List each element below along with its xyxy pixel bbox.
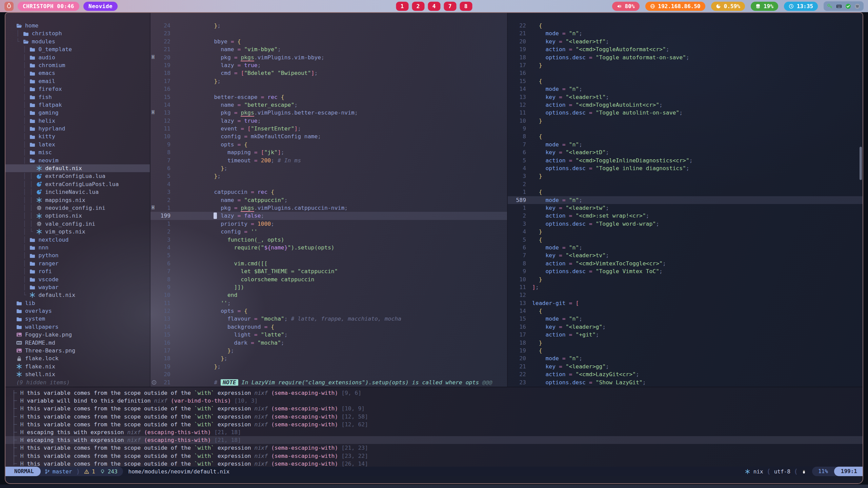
- code-line[interactable]: 3 options.desc = "Toggle word-wrap";: [508, 220, 863, 228]
- code-line[interactable]: 17 action = "+git";: [508, 331, 863, 339]
- key-icon[interactable]: [827, 3, 833, 9]
- code-line[interactable]: 6 vim.cmd([[: [150, 260, 507, 267]
- tree-item-email[interactable]: │ email: [5, 77, 150, 85]
- code-line[interactable]: 10 }: [508, 276, 863, 283]
- code-line[interactable]: 16: [150, 85, 507, 93]
- tree-item-chromium[interactable]: │ chromium: [5, 61, 150, 69]
- tree-item--9-hidden-items-[interactable]: (9 hidden items): [5, 379, 150, 386]
- tree-item-shell.nix[interactable]: shell.nix: [5, 370, 150, 378]
- cpu-load-indicator[interactable]: 0.59%: [711, 2, 745, 11]
- tree-item-default.nix[interactable]: └ default.nix: [5, 291, 150, 299]
- code-line[interactable]: 17 }: [508, 61, 863, 69]
- code-line[interactable]: 22 bbye = {: [150, 38, 507, 45]
- tree-item-flake.lock[interactable]: flake.lock: [5, 354, 150, 362]
- diagnostic-row[interactable]: ─ H this variable comes from the scope o…: [5, 444, 863, 452]
- volume-indicator[interactable]: 80%: [612, 2, 640, 11]
- tree-item-nextcloud[interactable]: │ nextcloud: [5, 236, 150, 244]
- code-line[interactable]: 10 config = mkDefaultConfig name;: [150, 133, 507, 140]
- tree-item-emacs[interactable]: │ emacs: [5, 69, 150, 77]
- code-line[interactable]: H1 pkg = pkgs.vimPlugins.catppuccin-nvim…: [150, 204, 507, 212]
- code-line[interactable]: 22 {: [508, 22, 863, 29]
- tree-item-vscode[interactable]: │ vscode: [5, 276, 150, 283]
- code-line[interactable]: 4: [150, 180, 507, 188]
- tree-item-lib[interactable]: lib: [5, 299, 150, 307]
- diagnostic-row[interactable]: ─ H variable will bind to this definitio…: [5, 397, 863, 405]
- code-line[interactable]: 4 options.desc = "Toggle inline diagnost…: [508, 164, 863, 172]
- code-line[interactable]: 15 mode = "n";: [508, 315, 863, 323]
- code-line[interactable]: 3 function(_, opts): [150, 236, 507, 244]
- code-line[interactable]: H13 pkg = pkgs.vimPlugins.better-escape-…: [150, 109, 507, 117]
- code-line[interactable]: 5 action = "<cmd>ToggleInlineDiagnostics…: [508, 157, 863, 164]
- scrollbar-thumb[interactable]: [860, 147, 862, 180]
- tree-item-vale-config.ini[interactable]: │ │ vale_config.ini: [5, 220, 150, 228]
- code-line[interactable]: 2 config = '': [150, 228, 507, 236]
- code-line[interactable]: 15 {: [508, 77, 863, 85]
- code-line[interactable]: 21 mode = "n";: [508, 29, 863, 37]
- code-line[interactable]: 11];: [508, 283, 863, 291]
- tree-item-inclinenavic.lua[interactable]: │ │ inclineNavic.lua: [5, 188, 150, 196]
- tree-item-ranger[interactable]: │ ranger: [5, 260, 150, 267]
- workspace-1[interactable]: 1: [396, 2, 408, 11]
- tree-item-latex[interactable]: │ latex: [5, 141, 150, 148]
- tree-item-audio[interactable]: │ audio: [5, 54, 150, 61]
- code-line[interactable]: 8 colorscheme catppuccin: [150, 276, 507, 283]
- code-line[interactable]: 18 }: [508, 339, 863, 347]
- code-line[interactable]: 12 lazy = true;: [150, 117, 507, 125]
- code-line[interactable]: 22 action = "<cmd>LazyGit<cr>";: [508, 370, 863, 378]
- tree-item-flake.nix[interactable]: flake.nix: [5, 363, 150, 370]
- clock-indicator[interactable]: 13:35: [784, 2, 818, 11]
- code-line[interactable]: 6 };: [150, 164, 507, 172]
- tree-item-rofi[interactable]: │ rofi: [5, 267, 150, 275]
- code-line[interactable]: 18 };: [150, 354, 507, 362]
- code-line[interactable]: 2: [508, 180, 863, 188]
- file-explorer[interactable]: home│ christoph└ modules │ 0_template │ …: [5, 13, 150, 387]
- code-line[interactable]: 8 action = "<cmd>VimtexTocToggle<cr>";: [508, 260, 863, 267]
- code-line[interactable]: 13leader-git = [: [508, 299, 863, 307]
- code-line[interactable]: 13 flavour = "mocha"; # latte, frappe, m…: [150, 315, 507, 323]
- code-line[interactable]: 8 {: [508, 133, 863, 140]
- code-line[interactable]: 23: [150, 29, 507, 37]
- code-line[interactable]: 15 better-escape = rec {: [150, 93, 507, 101]
- tree-item-kitty[interactable]: │ kitty: [5, 133, 150, 140]
- code-line[interactable]: 7 timeout = 200; # In ms: [150, 157, 507, 164]
- app-name-pill[interactable]: Neovide: [83, 2, 118, 11]
- check-icon[interactable]: [845, 3, 851, 9]
- tree-item-helix[interactable]: │ helix: [5, 117, 150, 125]
- code-line[interactable]: 8 mapping = ["jk"];: [150, 148, 507, 156]
- code-line[interactable]: 199 lazy = false;: [150, 212, 507, 220]
- code-line[interactable]: 14 name = "better_escape";: [150, 101, 507, 109]
- code-line[interactable]: 7 mode = "n";: [508, 141, 863, 148]
- tree-item-waybar[interactable]: │ waybar: [5, 283, 150, 291]
- code-line[interactable]: 19 {: [508, 347, 863, 354]
- tree-item-overlays[interactable]: overlays: [5, 307, 150, 315]
- code-line[interactable]: 4 require("${name}").setup(opts): [150, 244, 507, 251]
- spotify-icon[interactable]: [854, 3, 860, 9]
- tree-item-0-template[interactable]: │ 0_template: [5, 45, 150, 53]
- diagnostic-row[interactable]: ─ H this variable comes from the scope o…: [5, 389, 863, 397]
- code-line[interactable]: 20 key = "<leader>tf";: [508, 38, 863, 45]
- code-line[interactable]: 2 name = "catppuccin";: [150, 196, 507, 204]
- code-line[interactable]: 18 options.desc = "Toggle autoformat-on-…: [508, 54, 863, 61]
- code-line[interactable]: 1 priority = 1000;: [150, 220, 507, 228]
- tree-item-nnn[interactable]: │ nnn: [5, 244, 150, 251]
- code-line[interactable]: 5: [150, 251, 507, 259]
- code-line[interactable]: 24 };: [150, 22, 507, 29]
- code-line[interactable]: 7 key = "<leader>tv";: [508, 251, 863, 259]
- tree-item-three-bears.png[interactable]: Three-Bears.png: [5, 347, 150, 354]
- diagnostic-row[interactable]: ─ H this variable comes from the scope o…: [5, 452, 863, 460]
- code-line[interactable]: 21 key = "<leader>gg";: [508, 363, 863, 370]
- code-line[interactable]: 12 action = "<cmd>ToggleAutoLint<cr>";: [508, 101, 863, 109]
- code-line[interactable]: 16 key = "<leader>g";: [508, 323, 863, 331]
- code-line[interactable]: 15 light = "latte";: [150, 331, 507, 339]
- tree-item-python[interactable]: │ python: [5, 251, 150, 259]
- code-line[interactable]: 6 mode = "n";: [508, 244, 863, 251]
- code-line[interactable]: 19 action = "<cmd>ToggleAutoformat<cr>";: [508, 45, 863, 53]
- host-clock-pill[interactable]: CHRISTOPH 00:46: [18, 2, 79, 11]
- tree-item-neovide-config.ini[interactable]: │ │ neovide_config.ini: [5, 204, 150, 212]
- tree-item-readme.md[interactable]: README.md: [5, 339, 150, 347]
- code-line[interactable]: 589 mode = "n";: [508, 196, 863, 204]
- code-line[interactable]: 18 cmd = ["Bdelete" "Bwipeout"];: [150, 69, 507, 77]
- code-line[interactable]: 21 name = "vim-bbye";: [150, 45, 507, 53]
- code-line[interactable]: 16: [508, 69, 863, 77]
- code-line[interactable]: 17 };: [150, 347, 507, 354]
